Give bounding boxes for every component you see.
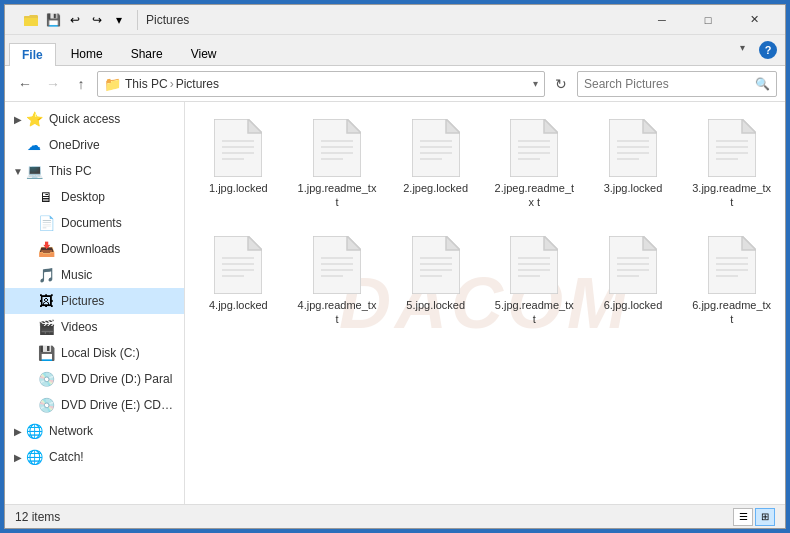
file-item-3jpg-locked[interactable]: 3.jpg.locked [588, 110, 679, 219]
sidebar-item-dvd-d[interactable]: 💿 DVD Drive (D:) Paral [5, 366, 184, 392]
close-btn[interactable]: ✕ [731, 5, 777, 35]
file-item-5jpg-locked[interactable]: 5.jpg.locked [390, 227, 481, 336]
sidebar-item-desktop[interactable]: 🖥 Desktop [5, 184, 184, 210]
file-item-4jpg-locked[interactable]: 4.jpg.locked [193, 227, 284, 336]
list-view-btn[interactable]: ☰ [733, 508, 753, 526]
svg-marker-51 [446, 236, 460, 250]
this-pc-expand-icon: ▼ [13, 166, 23, 176]
sidebar-item-videos[interactable]: 🎬 Videos [5, 314, 184, 340]
sidebar-item-music[interactable]: 🎵 Music [5, 262, 184, 288]
search-icon: 🔍 [755, 77, 770, 91]
sidebar-item-local-disk-c[interactable]: 💾 Local Disk (C:) [5, 340, 184, 366]
search-input[interactable] [584, 77, 755, 91]
file-icon-2jpeg-locked [412, 119, 460, 177]
help-btn[interactable]: ? [759, 41, 777, 59]
status-bar: 12 items ☰ ⊞ [5, 504, 785, 528]
quick-access-icon: ⭐ [25, 110, 43, 128]
svg-marker-27 [643, 119, 657, 133]
documents-icon: 📄 [37, 214, 55, 232]
sidebar-item-pictures[interactable]: 🖼 Pictures [5, 288, 184, 314]
sidebar-label-downloads: Downloads [61, 242, 120, 256]
file-item-6jpg-readme[interactable]: 6.jpg.readme_txt [686, 227, 777, 336]
title-bar: 💾 ↩ ↪ ▾ Pictures ─ □ ✕ [5, 5, 785, 35]
file-grid: 1.jpg.locked 1.jpg.readme_txt 2.jpeg.loc… [193, 110, 777, 335]
tab-home[interactable]: Home [58, 42, 116, 65]
ribbon-minimize-btn[interactable]: ▾ [740, 42, 745, 59]
file-item-4jpg-readme[interactable]: 4.jpg.readme_txt [292, 227, 383, 336]
tab-view[interactable]: View [178, 42, 230, 65]
qat-dropdown-btn[interactable]: ▾ [109, 10, 129, 30]
catch-expand-icon: ▶ [13, 452, 23, 462]
dvd-e-icon: 💿 [37, 396, 55, 414]
this-pc-icon: 💻 [25, 162, 43, 180]
forward-btn[interactable]: → [41, 72, 65, 96]
file-item-3jpg-readme[interactable]: 3.jpg.readme_txt [686, 110, 777, 219]
sidebar-item-downloads[interactable]: 📥 Downloads [5, 236, 184, 262]
onedrive-icon: ☁ [25, 136, 43, 154]
sidebar-item-documents[interactable]: 📄 Documents [5, 210, 184, 236]
file-item-5jpg-readme[interactable]: 5.jpg.readme_txt [489, 227, 580, 336]
file-item-1jpg-locked[interactable]: 1.jpg.locked [193, 110, 284, 219]
redo-qat-btn[interactable]: ↪ [87, 10, 107, 30]
sidebar-item-this-pc[interactable]: ▼ 💻 This PC [5, 158, 184, 184]
folder-icon [21, 10, 41, 30]
catch-icon: 🌐 [25, 448, 43, 466]
sidebar-item-network[interactable]: ▶ 🌐 Network [5, 418, 184, 444]
sidebar-label-quick-access: Quick access [49, 112, 120, 126]
undo-qat-btn[interactable]: ↩ [65, 10, 85, 30]
path-sep-1: › [170, 77, 174, 91]
minimize-btn[interactable]: ─ [639, 5, 685, 35]
expand-icon: ▶ [13, 114, 23, 124]
refresh-btn[interactable]: ↻ [549, 72, 573, 96]
sidebar-item-onedrive[interactable]: ☁ OneDrive [5, 132, 184, 158]
sidebar-label-this-pc: This PC [49, 164, 92, 178]
sidebar-item-quick-access[interactable]: ▶ ⭐ Quick access [5, 106, 184, 132]
sidebar-item-catch[interactable]: ▶ 🌐 Catch! [5, 444, 184, 470]
desktop-icon: 🖥 [37, 188, 55, 206]
path-dropdown-icon: ▾ [533, 78, 538, 89]
dvd-d-icon: 💿 [37, 370, 55, 388]
pictures-icon: 🖼 [37, 292, 55, 310]
sidebar-label-desktop: Desktop [61, 190, 105, 204]
file-icon-3jpg-readme [708, 119, 756, 177]
file-name-2jpeg-readme: 2.jpeg.readme_tx t [494, 181, 574, 210]
sidebar-label-music: Music [61, 268, 92, 282]
item-count: 12 items [15, 510, 733, 524]
svg-marker-39 [248, 236, 262, 250]
file-item-2jpeg-readme[interactable]: 2.jpeg.readme_tx t [489, 110, 580, 219]
file-icon-4jpg-readme [313, 236, 361, 294]
sidebar-label-dvd-d: DVD Drive (D:) Paral [61, 372, 172, 386]
file-name-3jpg-locked: 3.jpg.locked [604, 181, 663, 195]
maximize-btn[interactable]: □ [685, 5, 731, 35]
file-name-2jpeg-locked: 2.jpeg.locked [403, 181, 468, 195]
save-qat-btn[interactable]: 💾 [43, 10, 63, 30]
address-path[interactable]: 📁 This PC › Pictures ▾ [97, 71, 545, 97]
window-title: Pictures [146, 13, 639, 27]
svg-rect-1 [24, 18, 38, 26]
svg-marker-45 [347, 236, 361, 250]
back-btn[interactable]: ← [13, 72, 37, 96]
svg-marker-15 [446, 119, 460, 133]
music-icon: 🎵 [37, 266, 55, 284]
tab-share[interactable]: Share [118, 42, 176, 65]
up-btn[interactable]: ↑ [69, 72, 93, 96]
file-item-1jpg-readme[interactable]: 1.jpg.readme_txt [292, 110, 383, 219]
sidebar-item-dvd-e[interactable]: 💿 DVD Drive (E:) CDRC [5, 392, 184, 418]
sidebar-label-catch: Catch! [49, 450, 84, 464]
network-expand-icon: ▶ [13, 426, 23, 436]
svg-marker-33 [742, 119, 756, 133]
main-area: ▶ ⭐ Quick access ☁ OneDrive ▼ 💻 This PC … [5, 102, 785, 504]
file-item-2jpeg-locked[interactable]: 2.jpeg.locked [390, 110, 481, 219]
file-name-1jpg-readme: 1.jpg.readme_txt [297, 181, 377, 210]
file-item-6jpg-locked[interactable]: 6.jpg.locked [588, 227, 679, 336]
ribbon-tabs-row: File Home Share View ▾ ? [5, 35, 785, 65]
tab-file[interactable]: File [9, 43, 56, 66]
file-name-5jpg-locked: 5.jpg.locked [406, 298, 465, 312]
file-icon-2jpeg-readme [510, 119, 558, 177]
path-this-pc: This PC [125, 77, 168, 91]
network-icon: 🌐 [25, 422, 43, 440]
file-icon-6jpg-readme [708, 236, 756, 294]
grid-view-btn[interactable]: ⊞ [755, 508, 775, 526]
search-box: 🔍 [577, 71, 777, 97]
file-name-1jpg-locked: 1.jpg.locked [209, 181, 268, 195]
